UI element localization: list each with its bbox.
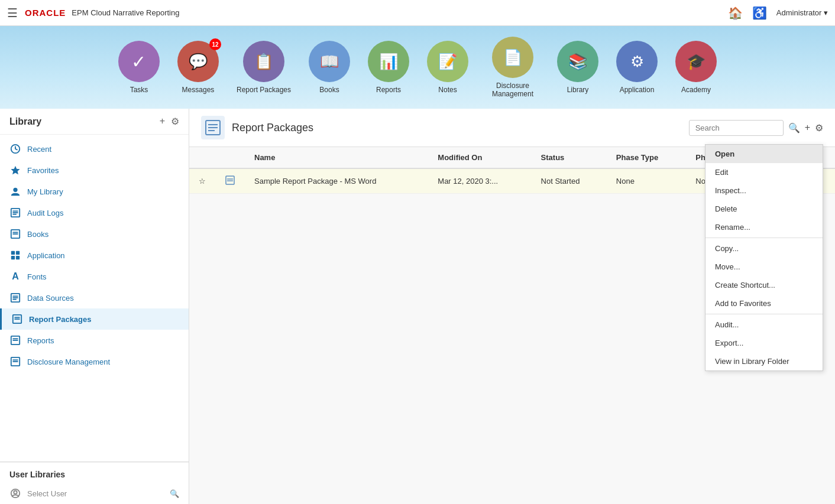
notes-icon-circle: 📝 — [427, 41, 468, 82]
sidebar-item-report-packages[interactable]: Report Packages — [0, 308, 189, 330]
context-menu-item-open[interactable]: Open — [705, 145, 823, 163]
user-libraries-header: User Libraries — [0, 462, 189, 483]
nav-item-notes[interactable]: 📝 Notes — [427, 41, 468, 94]
favorites-icon — [9, 164, 21, 176]
col-name: Name — [245, 147, 428, 168]
recent-icon — [9, 143, 21, 155]
content-header-actions: 🔍 + ⚙ — [689, 120, 823, 136]
messages-icon-circle: 💬 12 — [177, 41, 219, 82]
sidebar-item-my-library[interactable]: My Library — [0, 181, 189, 202]
sidebar-item-application-label: Application — [27, 251, 65, 260]
sidebar-title: Library — [9, 116, 41, 127]
sidebar-header: Library + ⚙ — [0, 109, 189, 135]
report-packages-sidebar-icon — [11, 313, 23, 325]
tasks-label: Tasks — [130, 86, 148, 94]
books-sidebar-icon — [9, 228, 21, 240]
row-phase-type: None — [607, 168, 686, 194]
app-title: EPM Cloud Narrative Reporting — [72, 8, 179, 17]
nav-item-application[interactable]: ⚙ Application — [616, 41, 658, 94]
reports-icon-circle: 📊 — [368, 41, 409, 82]
nav-item-academy[interactable]: 🎓 Academy — [675, 41, 717, 94]
context-menu-item-add-favorites[interactable]: Add to Favorites — [705, 294, 823, 313]
star-cell[interactable]: ☆ — [189, 168, 215, 194]
hamburger-menu[interactable]: ☰ — [7, 6, 18, 20]
content-header-icon — [201, 116, 225, 139]
nav-item-report-packages[interactable]: 📋 Report Packages — [237, 41, 291, 94]
disclosure-icon-circle: 📄 — [492, 37, 533, 78]
sidebar-item-report-packages-label: Report Packages — [29, 315, 92, 324]
context-menu-item-view-library[interactable]: View in Library Folder — [705, 352, 823, 370]
nav-item-books[interactable]: 📖 Books — [309, 41, 350, 94]
row-icon-cell — [215, 168, 245, 194]
context-menu-item-create-shortcut[interactable]: Create Shortcut... — [705, 276, 823, 294]
fonts-icon: A — [9, 271, 21, 282]
search-icon[interactable]: 🔍 — [788, 122, 800, 134]
application-sidebar-icon — [9, 249, 21, 261]
academy-icon-circle: 🎓 — [675, 41, 717, 82]
report-packages-nav-label: Report Packages — [237, 86, 291, 94]
sidebar-item-recent[interactable]: Recent — [0, 138, 189, 160]
settings-icon[interactable]: ⚙ — [815, 122, 823, 134]
row-status: Not Started — [532, 168, 607, 194]
svg-rect-33 — [226, 176, 234, 184]
nav-item-messages[interactable]: 💬 12 Messages — [177, 41, 219, 94]
context-menu-item-delete[interactable]: Delete — [705, 200, 823, 218]
disclosure-sidebar-icon — [9, 356, 21, 368]
nav-item-reports[interactable]: 📊 Reports — [368, 41, 409, 94]
sidebar-settings-icon[interactable]: ⚙ — [171, 116, 179, 127]
select-user-item[interactable]: Select User 🔍 — [0, 483, 189, 504]
content-title: Report Packages — [232, 122, 313, 134]
accessibility-icon[interactable]: ♿ — [752, 6, 767, 20]
sidebar-item-fonts[interactable]: A Fonts — [0, 266, 189, 287]
row-name[interactable]: Sample Report Package - MS Word — [245, 168, 428, 194]
home-icon[interactable]: 🏠 — [728, 6, 743, 20]
sidebar-item-reports[interactable]: Reports — [0, 330, 189, 351]
context-menu-item-rename[interactable]: Rename... — [705, 218, 823, 236]
context-menu-item-export[interactable]: Export... — [705, 334, 823, 352]
nav-right: 🏠 ♿ Administrator ▾ — [728, 6, 828, 20]
sidebar-item-books-label: Books — [27, 230, 48, 239]
admin-label[interactable]: Administrator ▾ — [776, 8, 828, 17]
svg-point-28 — [14, 491, 17, 494]
sidebar-item-favorites[interactable]: Favorites — [0, 160, 189, 181]
reports-nav-label: Reports — [376, 86, 401, 94]
nav-item-library[interactable]: 📚 Library — [557, 41, 598, 94]
select-user-search-icon[interactable]: 🔍 — [170, 489, 179, 498]
context-menu-item-audit[interactable]: Audit... — [705, 316, 823, 334]
svg-rect-10 — [11, 251, 15, 255]
add-report-button[interactable]: + — [805, 122, 810, 133]
content-area: Report Packages 🔍 + ⚙ Name Modified On S — [189, 109, 835, 504]
context-menu-item-move[interactable]: Move... — [705, 258, 823, 276]
sidebar-item-disclosure-management[interactable]: Disclosure Management — [0, 351, 189, 372]
col-icon — [215, 147, 245, 168]
context-menu-item-copy[interactable]: Copy... — [705, 239, 823, 258]
search-input[interactable] — [689, 120, 784, 136]
messages-badge: 12 — [209, 38, 221, 50]
sidebar-item-books[interactable]: Books — [0, 223, 189, 245]
sidebar-add-button[interactable]: + — [160, 116, 165, 127]
report-packages-icon-circle: 📋 — [243, 41, 284, 82]
sidebar-item-my-library-label: My Library — [27, 187, 63, 196]
sidebar-item-audit-logs-label: Audit Logs — [27, 209, 63, 217]
sidebar-item-application[interactable]: Application — [0, 245, 189, 266]
sidebar-item-audit-logs[interactable]: Audit Logs — [0, 202, 189, 223]
library-nav-label: Library — [567, 86, 589, 94]
user-libraries-title: User Libraries — [9, 470, 65, 479]
select-user-label: Select User — [27, 489, 67, 498]
col-phase-type: Phase Type — [607, 147, 686, 168]
context-menu-item-edit[interactable]: Edit — [705, 163, 823, 181]
sidebar-item-reports-label: Reports — [27, 336, 54, 345]
disclosure-nav-label: Disclosure Management — [486, 82, 539, 98]
notes-nav-label: Notes — [438, 86, 457, 94]
sidebar-item-data-sources[interactable]: Data Sources — [0, 287, 189, 308]
top-nav: ☰ ORACLE EPM Cloud Narrative Reporting 🏠… — [0, 0, 835, 26]
academy-nav-label: Academy — [681, 86, 711, 94]
sidebar-header-icons: + ⚙ — [160, 116, 179, 127]
sidebar-item-fonts-label: Fonts — [27, 272, 47, 281]
context-menu-item-inspect[interactable]: Inspect... — [705, 181, 823, 200]
nav-item-tasks[interactable]: ✓ Tasks — [118, 41, 160, 94]
nav-item-disclosure[interactable]: 📄 Disclosure Management — [486, 37, 539, 98]
messages-label: Messages — [182, 86, 215, 94]
my-library-icon — [9, 186, 21, 197]
sidebar-scroll: Recent Favorites My Library Audit Logs — [0, 135, 189, 461]
